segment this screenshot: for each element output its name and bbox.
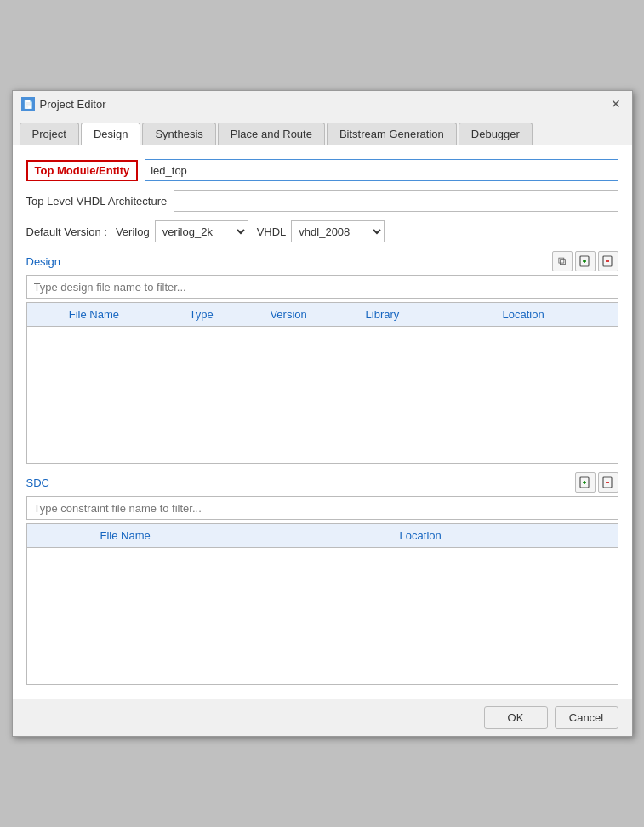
tab-debugger[interactable]: Debugger [459, 123, 533, 145]
sdc-section-header: SDC [26, 472, 618, 493]
tab-synthesis[interactable]: Synthesis [142, 123, 215, 145]
project-editor-window: 📄 Project Editor ✕ Project Design Synthe… [12, 90, 633, 737]
design-add-button[interactable] [575, 251, 596, 271]
design-col-filename: File Name [27, 306, 162, 322]
sdc-add-file-icon [579, 476, 591, 488]
bottom-bar: OK Cancel [13, 699, 632, 736]
content-area: Top Module/Entity Top Level VHDL Archite… [13, 145, 632, 699]
top-level-input[interactable] [174, 190, 618, 212]
default-version-row: Default Version : Verilog verilog_2k ver… [26, 220, 618, 242]
design-col-version: Version [242, 306, 335, 322]
window-title: Project Editor [40, 98, 106, 111]
sdc-add-button[interactable] [575, 472, 596, 493]
sdc-section: SDC [26, 472, 618, 685]
tab-bar: Project Design Synthesis Place and Route… [13, 117, 632, 145]
design-col-location: Location [430, 306, 618, 322]
top-level-label: Top Level VHDL Architecture [26, 195, 168, 208]
verilog-label: Verilog [116, 225, 150, 238]
vhdl-select[interactable]: vhdl_2008 vhdl_1993 vhdl_2000 [291, 220, 385, 242]
ok-button[interactable]: OK [484, 706, 548, 729]
design-filter-input[interactable] [26, 275, 618, 299]
tab-bitstream[interactable]: Bitstream Generation [327, 123, 457, 145]
tab-design[interactable]: Design [81, 123, 140, 145]
design-col-type: Type [161, 306, 242, 322]
sdc-col-filename: File Name [27, 528, 224, 544]
cancel-button[interactable]: Cancel [555, 706, 618, 729]
design-copy-button[interactable]: ⧉ [552, 251, 573, 271]
vhdl-group: VHDL vhdl_2008 vhdl_1993 vhdl_2000 [257, 220, 385, 242]
tab-place-route[interactable]: Place and Route [218, 123, 325, 145]
sdc-table-header: File Name Location [27, 524, 618, 548]
tab-project[interactable]: Project [20, 123, 79, 145]
design-table-header: File Name Type Version Library Location [27, 303, 618, 327]
sdc-table: File Name Location [26, 523, 618, 685]
top-module-row: Top Module/Entity [26, 159, 618, 181]
design-col-library: Library [335, 306, 429, 322]
design-section-header: Design ⧉ [26, 251, 618, 271]
sdc-filter-input[interactable] [26, 496, 618, 520]
top-module-label: Top Module/Entity [26, 160, 139, 181]
add-file-icon [579, 255, 591, 267]
design-remove-button[interactable] [598, 251, 618, 271]
design-section: Design ⧉ [26, 251, 618, 464]
design-table-body [27, 327, 618, 463]
title-bar: 📄 Project Editor ✕ [13, 91, 632, 117]
verilog-select[interactable]: verilog_2k verilog_2001 verilog_2005 [155, 220, 248, 242]
remove-file-icon [602, 255, 614, 267]
sdc-col-location: Location [224, 528, 618, 544]
window-icon: 📄 [21, 97, 35, 111]
sdc-table-body [27, 548, 618, 684]
design-toolbar: ⧉ [552, 251, 618, 271]
sdc-toolbar [575, 472, 618, 493]
design-table: File Name Type Version Library Location [26, 302, 618, 464]
default-version-label: Default Version : [26, 225, 107, 238]
top-level-vhdl-row: Top Level VHDL Architecture [26, 190, 618, 212]
top-module-input[interactable] [145, 159, 618, 181]
close-button[interactable]: ✕ [608, 96, 624, 111]
verilog-group: Verilog verilog_2k verilog_2001 verilog_… [116, 220, 248, 242]
sdc-remove-file-icon [602, 476, 614, 488]
sdc-section-title: SDC [26, 476, 49, 489]
vhdl-label: VHDL [257, 225, 287, 238]
design-section-title: Design [26, 255, 60, 268]
sdc-remove-button[interactable] [598, 472, 618, 493]
